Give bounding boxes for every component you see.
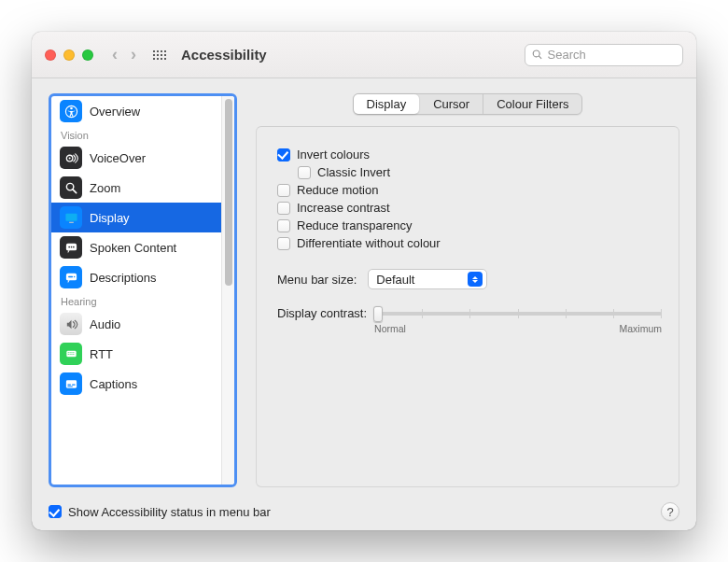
sidebar-item-label: Overview [90,105,140,119]
chevron-updown-icon [468,272,483,287]
label-show-status: Show Accessibility status in menu bar [68,505,271,519]
forward-button[interactable]: › [131,45,136,64]
zoom-window-button[interactable] [82,49,93,61]
select-menu-bar-size[interactable]: Default [368,269,487,289]
checkbox-reduce-transparency[interactable] [277,219,290,232]
display-options-panel: Invert colours Classic Invert Reduce mot… [256,126,679,487]
zoom-icon [60,176,82,199]
traffic-lights [45,49,93,61]
svg-rect-24 [67,384,71,385]
sidebar-item-descriptions[interactable]: Descriptions [51,262,221,292]
sidebar-item-zoom[interactable]: Zoom [51,173,221,203]
sidebar-item-label: Zoom [90,181,120,195]
accessibility-pref-window: ‹ › Accessibility Overview Vision [32,32,696,530]
sidebar-item-label: Audio [90,317,120,331]
row-reduce-motion: Reduce motion [277,183,662,197]
checkbox-increase-contrast[interactable] [277,202,290,215]
row-invert-colours: Invert colours [277,148,662,162]
sidebar-item-display[interactable]: Display [51,203,221,232]
spoken-content-icon [60,236,82,259]
sidebar-item-label: Captions [90,377,137,391]
body: Overview Vision VoiceOver Zoom [32,78,696,493]
svg-rect-19 [67,354,68,355]
checkbox-invert-colours[interactable] [277,148,290,162]
svg-rect-12 [68,275,73,277]
scrollbar-thumb[interactable] [225,99,232,286]
search-input[interactable] [548,48,676,62]
row-increase-contrast: Increase contrast [277,201,662,215]
footer: Show Accessibility status in menu bar ? [32,493,696,530]
label-invert-colours: Invert colours [297,148,370,162]
search-field[interactable] [525,44,683,66]
sidebar-section-vision: Vision [51,126,221,143]
sidebar-item-captions[interactable]: Captions [51,369,221,399]
checkbox-reduce-motion[interactable] [277,184,290,197]
sidebar-item-overview[interactable]: Overview [51,96,221,126]
svg-rect-22 [73,354,74,355]
row-display-contrast: Display contrast: Normal Maximum [277,306,662,334]
label-menu-bar-size: Menu bar size: [277,273,357,287]
svg-rect-16 [69,352,70,353]
label-classic-invert: Classic Invert [317,165,390,179]
checkbox-show-status[interactable] [49,505,62,518]
sidebar-item-label: Spoken Content [90,241,176,255]
label-reduce-transparency: Reduce transparency [297,218,413,232]
titlebar: ‹ › Accessibility [32,32,696,78]
svg-rect-21 [71,354,72,355]
sidebar: Overview Vision VoiceOver Zoom [49,93,237,487]
tab-bar: Display Cursor Colour Filters [353,93,583,115]
slider-thumb[interactable] [373,306,383,322]
help-button[interactable]: ? [661,502,679,521]
label-reduce-motion: Reduce motion [297,183,378,197]
sidebar-item-audio[interactable]: Audio [51,309,221,339]
sidebar-item-label: Descriptions [90,271,157,285]
svg-point-13 [73,275,75,277]
main-panel: Display Cursor Colour Filters Invert col… [256,93,679,487]
row-classic-invert: Classic Invert [298,165,662,179]
voiceover-icon [60,147,82,169]
window-title: Accessibility [181,47,267,63]
tab-colour-filters[interactable]: Colour Filters [483,94,581,114]
svg-point-8 [68,246,70,247]
svg-rect-17 [71,352,72,353]
audio-icon [60,313,82,335]
checkbox-differentiate[interactable] [277,237,290,250]
label-differentiate: Differentiate without colour [297,236,441,250]
checkbox-classic-invert[interactable] [298,166,311,179]
nav-buttons: ‹ › [112,45,136,64]
row-reduce-transparency: Reduce transparency [277,218,662,232]
svg-rect-15 [67,352,68,353]
svg-rect-18 [73,352,74,353]
slider-display-contrast[interactable] [374,312,662,316]
svg-rect-5 [65,213,77,220]
svg-rect-6 [69,221,74,222]
sidebar-item-label: VoiceOver [90,151,146,165]
label-increase-contrast: Increase contrast [297,201,390,215]
search-icon [532,49,543,61]
select-value: Default [376,273,414,287]
svg-point-3 [68,157,70,159]
svg-point-10 [73,246,75,247]
minimize-window-button[interactable] [63,49,75,61]
descriptions-icon [60,266,82,288]
slider-max-label: Maximum [619,323,662,334]
tab-cursor[interactable]: Cursor [419,94,483,114]
sidebar-item-rtt[interactable]: RTT [51,339,221,369]
svg-point-9 [70,246,72,247]
svg-rect-20 [69,354,70,355]
svg-rect-25 [71,384,75,385]
close-window-button[interactable] [45,49,56,61]
tab-display[interactable]: Display [354,94,420,114]
sidebar-item-spoken-content[interactable]: Spoken Content [51,232,221,262]
svg-rect-26 [67,386,73,386]
row-differentiate: Differentiate without colour [277,236,662,250]
slider-labels: Normal Maximum [374,323,662,334]
back-button[interactable]: ‹ [112,45,118,64]
sidebar-item-voiceover[interactable]: VoiceOver [51,143,221,173]
show-all-prefs-button[interactable] [153,48,168,63]
label-display-contrast: Display contrast: [277,306,367,320]
row-menu-bar-size: Menu bar size: Default [277,269,662,289]
sidebar-item-label: RTT [90,347,113,361]
sidebar-scrollbar[interactable] [221,96,234,485]
slider-ticks [374,309,662,318]
